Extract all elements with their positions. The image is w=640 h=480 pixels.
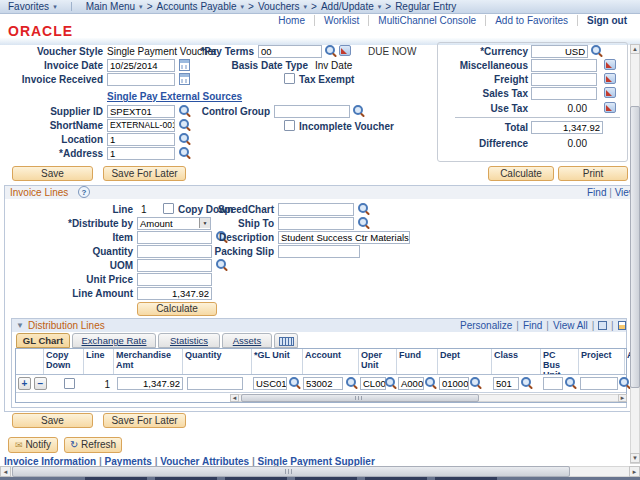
page-vscrollbar-thumb[interactable] xyxy=(630,106,640,388)
uom-lookup-icon[interactable] xyxy=(216,259,228,271)
pc-bus-unit-lookup-icon[interactable] xyxy=(565,377,577,389)
find-link[interactable]: Find xyxy=(587,187,606,198)
row-fund-field[interactable]: A0000 xyxy=(398,377,424,390)
address-field[interactable]: 1 xyxy=(107,147,175,160)
collapse-triangle-icon[interactable]: ▼ xyxy=(16,319,24,332)
tab-gl-chart[interactable]: GL Chart xyxy=(16,333,70,348)
grid-header-quantity: Quantity xyxy=(183,349,252,374)
pay-terms-lookup-icon[interactable] xyxy=(325,45,337,57)
personalize-link[interactable]: Personalize xyxy=(460,319,512,332)
grid-header-account: Account xyxy=(303,349,359,374)
account-lookup-icon[interactable] xyxy=(346,377,358,389)
nav-home[interactable]: Home xyxy=(269,15,314,26)
tab-exchange-rate[interactable]: Exchange Rate xyxy=(72,333,156,348)
gl-unit-lookup-icon[interactable] xyxy=(289,377,301,389)
refresh-button[interactable]: ↻ Refresh xyxy=(64,437,122,453)
page-vscroll-down-arrow[interactable]: ▼ xyxy=(630,453,640,463)
control-group-lookup-icon[interactable] xyxy=(353,105,365,117)
class-lookup-icon[interactable] xyxy=(521,377,533,389)
row-copy-down-checkbox[interactable] xyxy=(64,378,75,389)
tab-statistics[interactable]: Statistics xyxy=(158,333,220,348)
address-lookup-icon[interactable] xyxy=(179,147,191,159)
control-group-field[interactable] xyxy=(274,105,350,118)
row-class-field[interactable]: 501 xyxy=(493,377,519,390)
page-vscroll-up-arrow[interactable]: ▲ xyxy=(630,44,640,54)
ship-to-lookup-icon[interactable] xyxy=(358,217,370,229)
popup-window-icon[interactable] xyxy=(618,321,627,330)
pay-terms-transfer-icon[interactable] xyxy=(339,45,351,56)
uom-field[interactable] xyxy=(137,259,212,272)
save-for-later-button[interactable]: Save For Later xyxy=(103,166,186,181)
row-merchandise-amt-field[interactable]: 1,347.92 xyxy=(117,377,183,390)
invoice-received-field[interactable] xyxy=(107,73,175,86)
tab-assets[interactable]: Assets xyxy=(222,333,272,348)
row-dept-field[interactable]: 010000 xyxy=(439,377,469,390)
sales-tax-transfer-icon[interactable] xyxy=(604,87,616,98)
grid-header-dept: Dept xyxy=(438,349,492,374)
totals-divider xyxy=(455,117,620,118)
grid-header-oper-unit: Oper Unit xyxy=(359,349,397,374)
unit-price-field[interactable] xyxy=(137,273,212,286)
calendar-icon[interactable] xyxy=(179,73,190,85)
row-account-field[interactable]: 53002 xyxy=(303,377,343,390)
row-oper-unit-field[interactable]: CL000 xyxy=(360,377,386,390)
freight-transfer-icon[interactable] xyxy=(604,73,616,84)
grid-find-link[interactable]: Find xyxy=(523,319,542,332)
packing-slip-field[interactable] xyxy=(278,245,360,258)
line-amount-field[interactable]: 1,347.92 xyxy=(137,287,212,300)
pay-terms-field[interactable]: 00 xyxy=(258,45,322,58)
add-row-button[interactable]: + xyxy=(18,377,31,390)
speedchart-lookup-icon[interactable] xyxy=(358,203,370,215)
save-button[interactable]: Save xyxy=(12,166,93,181)
incomplete-voucher-checkbox[interactable] xyxy=(284,120,295,131)
tax-exempt-checkbox[interactable] xyxy=(284,73,295,84)
grid-hscroll-right-arrow[interactable]: ► xyxy=(618,394,627,402)
row-project-field[interactable] xyxy=(580,377,618,390)
currency-field[interactable]: USD xyxy=(531,45,588,58)
nav-sign-out[interactable]: Sign out xyxy=(577,15,636,26)
shortname-field[interactable]: EXTERNALL-001 xyxy=(107,119,175,132)
show-all-columns-tab[interactable] xyxy=(274,333,298,348)
row-pc-bus-unit-field[interactable] xyxy=(543,377,563,390)
grid-view-all-link[interactable]: View All xyxy=(553,319,588,332)
supplier-id-field[interactable]: SPEXT01 xyxy=(107,105,175,118)
bottom-save-button[interactable]: Save xyxy=(12,413,93,428)
shortname-lookup-icon[interactable] xyxy=(179,119,191,131)
row-gl-unit-field[interactable]: USC01 xyxy=(253,377,287,390)
oper-unit-lookup-icon[interactable] xyxy=(385,377,397,389)
ship-to-field[interactable] xyxy=(278,217,354,230)
freight-field[interactable] xyxy=(531,73,597,86)
use-tax-transfer-icon[interactable] xyxy=(604,102,616,113)
bottom-save-for-later-button[interactable]: Save For Later xyxy=(103,413,186,428)
main-menu[interactable]: Main Menu xyxy=(86,1,135,12)
page-hscroll-left-arrow[interactable]: ◄ xyxy=(0,466,11,477)
breadcrumb-vouchers[interactable]: Vouchers xyxy=(258,1,300,12)
dept-lookup-icon[interactable] xyxy=(470,377,482,389)
speedchart-field[interactable] xyxy=(278,203,354,216)
breadcrumb-accounts-payable[interactable]: Accounts Payable xyxy=(156,1,236,12)
help-icon[interactable]: ? xyxy=(78,186,90,198)
nav-multichannel-console[interactable]: MultiChannel Console xyxy=(368,15,485,26)
print-button[interactable]: Print xyxy=(558,166,628,181)
download-grid-icon[interactable] xyxy=(598,321,607,330)
location-lookup-icon[interactable] xyxy=(179,133,191,145)
notify-button[interactable]: ✉ Notify xyxy=(8,437,58,453)
sales-tax-field[interactable] xyxy=(531,87,597,100)
breadcrumb-add-update[interactable]: Add/Update xyxy=(321,1,374,12)
delete-row-button[interactable]: − xyxy=(34,377,47,390)
favorites-menu[interactable]: Favorites xyxy=(8,1,49,12)
row-quantity-field[interactable] xyxy=(187,377,243,390)
nav-add-to-favorites[interactable]: Add to Favorites xyxy=(485,15,577,26)
grid-hscroll-left-arrow[interactable]: ◄ xyxy=(230,394,239,402)
miscellaneous-field[interactable] xyxy=(531,59,597,72)
description-field[interactable]: Student Success Ctr Materials xyxy=(278,231,410,244)
nav-worklist[interactable]: Worklist xyxy=(314,15,368,26)
miscellaneous-transfer-icon[interactable] xyxy=(604,59,616,70)
location-field[interactable]: 1 xyxy=(107,133,175,146)
currency-lookup-icon[interactable] xyxy=(591,45,603,57)
fund-lookup-icon[interactable] xyxy=(425,377,437,389)
page-hscroll-right-arrow[interactable]: ► xyxy=(629,466,640,477)
single-pay-external-sources-link[interactable]: Single Pay External Sources xyxy=(107,90,242,103)
calculate-button[interactable]: Calculate xyxy=(488,166,554,181)
line-calculate-button[interactable]: Calculate xyxy=(137,302,217,316)
